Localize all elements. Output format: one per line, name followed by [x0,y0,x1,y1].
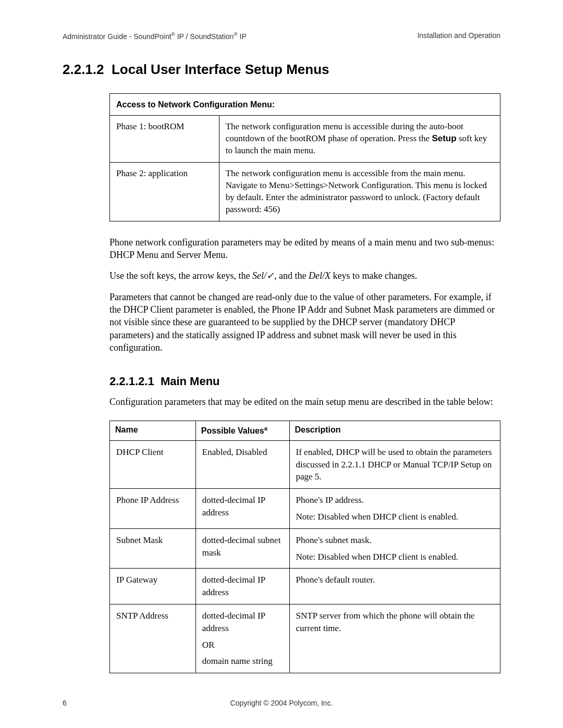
param-name: Subnet Mask [110,528,196,569]
param-values: Enabled, Disabled [195,440,289,488]
body-paragraphs: Phone network configuration parameters m… [109,236,500,354]
table-row: IP Gatewaydotted-decimal IP addressPhone… [110,569,500,604]
text-segment: Possible Values [201,427,264,436]
access-phase-desc: The network configuration menu is access… [219,116,500,163]
header-left-b: IP / SoundStation [175,32,234,41]
desc-line: Phone's default router. [296,574,494,586]
col-header-desc: Description [289,421,500,440]
access-table-title-row: Access to Network Configuration Menu: [110,93,500,116]
value-line: OR [202,639,283,651]
section-heading: 2.2.1.2 Local User Interface Setup Menus [63,61,500,78]
body-paragraph: Phone network configuration parameters m… [109,236,500,262]
text-segment: , and the [274,270,309,281]
param-values: dotted-decimal IP address [195,569,289,604]
setup-key-label: Setup [432,133,456,143]
col-header-name: Name [110,421,196,440]
table-row: DHCP ClientEnabled, DisabledIf enabled, … [110,440,500,488]
table-row: Phase 1: bootROM The network configurati… [110,116,500,163]
header-left-c: IP [238,32,247,41]
section-number: 2.2.1.2 [63,61,104,77]
subsection-heading: 2.2.1.2.1 Main Menu [109,375,500,388]
text-segment: Use the soft keys, the arrow keys, the [109,270,252,281]
registered-mark: ® [172,31,175,37]
registered-mark: ® [234,31,237,37]
param-desc: Phone's subnet mask.Note: Disabled when … [289,528,500,569]
footnote-marker: a [264,425,267,431]
value-line: dotted-decimal IP address [202,610,283,635]
param-name: DHCP Client [110,440,196,488]
desc-line: Note: Disabled when DHCP client is enabl… [296,511,494,523]
param-name: IP Gateway [110,569,196,604]
access-phase-label: Phase 2: application [110,163,219,221]
access-phase-desc: The network configuration menu is access… [219,163,500,221]
body-paragraph: Use the soft keys, the arrow keys, the S… [109,269,500,282]
section-title: Local User Interface Setup Menus [112,61,329,77]
subsection-intro: Configuration parameters that may be edi… [109,396,500,408]
param-values: dotted-decimal IP addressORdomain name s… [195,604,289,673]
sel-key-label: Sel/✓ [252,270,274,281]
param-desc: Phone's default router. [289,569,500,604]
desc-line: Phone's IP address. [296,494,494,507]
text-segment: The network configuration menu is access… [226,121,463,143]
desc-line: Phone's subnet mask. [296,534,494,547]
desc-line: Note: Disabled when DHCP client is enabl… [296,551,494,563]
header-left: Administrator Guide - SoundPoint® IP / S… [63,31,247,41]
value-line: dotted-decimal IP address [202,494,283,519]
header-left-a: Administrator Guide - SoundPoint [63,32,172,41]
access-table: Access to Network Configuration Menu: Ph… [109,93,500,221]
params-header-row: Name Possible Valuesa Description [110,421,500,440]
access-table-title: Access to Network Configuration Menu: [110,93,500,116]
value-line: dotted-decimal IP address [202,574,283,599]
del-key-label: Del/X [309,270,331,281]
text-segment: keys to make changes. [331,270,417,281]
params-table: Name Possible Valuesa Description DHCP C… [109,421,500,673]
param-values: dotted-decimal subnet mask [195,528,289,569]
value-line: domain name string [202,655,283,668]
param-desc: If enabled, DHCP will be used to obtain … [289,440,500,488]
page-header: Administrator Guide - SoundPoint® IP / S… [63,31,500,41]
param-name: SNTP Address [110,604,196,673]
param-desc: Phone's IP address.Note: Disabled when D… [289,489,500,529]
col-header-values: Possible Valuesa [195,421,289,440]
table-row: SNTP Addressdotted-decimal IP addressORd… [110,604,500,673]
copyright-text: Copyright © 2004 Polycom, Inc. [63,699,500,707]
param-desc: SNTP server from which the phone will ob… [289,604,500,673]
param-name: Phone IP Address [110,489,196,529]
access-phase-label: Phase 1: bootROM [110,116,219,163]
subsection-intro-block: Configuration parameters that may be edi… [109,396,500,408]
table-row: Phase 2: application The network configu… [110,163,500,221]
subsection-title: Main Menu [161,375,220,388]
body-paragraph: Parameters that cannot be changed are re… [109,291,500,354]
desc-line: SNTP server from which the phone will ob… [296,610,494,635]
page-footer: 6 Copyright © 2004 Polycom, Inc. [63,699,500,707]
access-table-block: Access to Network Configuration Menu: Ph… [109,93,500,221]
params-table-block: Name Possible Valuesa Description DHCP C… [109,421,500,673]
subsection-number: 2.2.1.2.1 [109,375,154,388]
value-line: Enabled, Disabled [202,446,283,459]
desc-line: If enabled, DHCP will be used to obtain … [296,446,494,483]
table-row: Subnet Maskdotted-decimal subnet maskPho… [110,528,500,569]
header-right: Installation and Operation [417,31,500,41]
table-row: Phone IP Addressdotted-decimal IP addres… [110,489,500,529]
value-line: dotted-decimal subnet mask [202,534,283,559]
param-values: dotted-decimal IP address [195,489,289,529]
